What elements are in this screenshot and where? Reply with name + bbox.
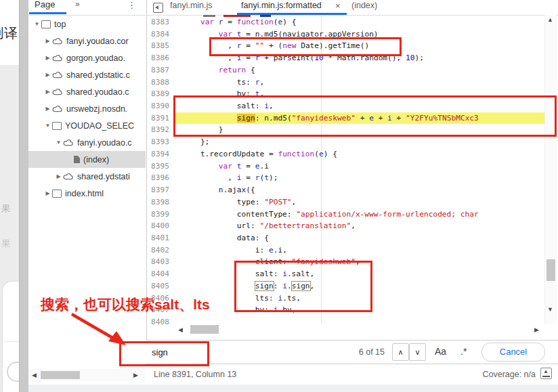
code-line-8402[interactable]: i: e.i, bbox=[175, 244, 544, 257]
expander-icon[interactable]: ▶ bbox=[43, 190, 52, 196]
line-number[interactable]: 8387 bbox=[146, 64, 169, 77]
tree-item-youdao-selec[interactable]: ▼YOUDAO_SELEC bbox=[28, 117, 146, 134]
line-number[interactable]: 8390 bbox=[146, 100, 169, 112]
tree-item-label: shared.ydstati bbox=[77, 172, 130, 181]
tab-page[interactable]: Page bbox=[35, 0, 55, 9]
line-number[interactable]: 8389 bbox=[146, 88, 169, 100]
open-panel-icon[interactable]: ▲ bbox=[540, 368, 552, 379]
tree-item-label: gorgon.youdao. bbox=[66, 53, 125, 63]
scroll-right-icon[interactable]: ▶ bbox=[534, 325, 539, 334]
line-number[interactable]: 8395 bbox=[146, 160, 169, 173]
close-tab-icon[interactable]: × bbox=[335, 1, 341, 11]
scroll-left-icon[interactable]: ◀ bbox=[178, 325, 183, 334]
code-line-8400[interactable]: url: "/bettertranslation", bbox=[175, 220, 544, 232]
line-number[interactable]: 8398 bbox=[146, 196, 169, 209]
code-line-8393[interactable]: }; bbox=[175, 136, 544, 148]
cancel-button[interactable]: Cancel bbox=[481, 343, 545, 362]
line-number[interactable]: 8401 bbox=[146, 232, 169, 244]
code-line-8396[interactable]: , i = r(t); bbox=[175, 172, 544, 184]
tree-item-shared-ydstatic-c[interactable]: ▶shared.ydstatic.c bbox=[28, 66, 146, 83]
line-number[interactable]: 8384 bbox=[146, 28, 169, 41]
annotation-box-salt-sign bbox=[173, 95, 557, 137]
expander-icon[interactable]: ▼ bbox=[33, 21, 41, 27]
line-number[interactable]: 8404 bbox=[146, 268, 169, 280]
tree-item-shared-ydstati[interactable]: ▶shared.ydstati bbox=[28, 168, 146, 185]
code-line-8388[interactable]: ts: r, bbox=[175, 77, 544, 89]
code-line-8387[interactable]: return { bbox=[175, 64, 544, 77]
line-number[interactable]: 8402 bbox=[146, 244, 169, 257]
match-case-button[interactable]: Aa bbox=[435, 346, 446, 357]
line-number[interactable]: 8394 bbox=[146, 148, 169, 160]
cursor-position-label: Line 8391, Column 13 bbox=[154, 370, 236, 379]
file-icon bbox=[74, 156, 80, 163]
tree-item--index-[interactable]: (index) bbox=[28, 151, 146, 168]
tree-item-fanyi-youdao-c[interactable]: ▼fanyi.youdao.c bbox=[28, 134, 146, 151]
cloud-icon bbox=[52, 105, 63, 112]
tree-item-label: urswebzj.nosdn. bbox=[66, 104, 127, 114]
previous-match-button[interactable]: ∧ bbox=[392, 343, 409, 361]
background-page-text: 果 bbox=[1, 203, 11, 215]
tree-item-label: shared.ydstatic.c bbox=[66, 70, 130, 80]
search-result-count: 6 of 15 bbox=[329, 347, 385, 357]
background-page-title-fragment: 创译 bbox=[0, 24, 19, 43]
scroll-up-icon[interactable]: ▲ bbox=[547, 16, 553, 23]
scroll-left-icon[interactable]: ◀ bbox=[32, 370, 37, 380]
code-line-8401[interactable]: data: { bbox=[175, 232, 544, 244]
scrollbar-thumb[interactable] bbox=[546, 259, 555, 281]
navigator-header: Page » ⋮ bbox=[28, 0, 146, 16]
code-line-8398[interactable]: type: "POST", bbox=[175, 196, 544, 209]
code-line-8397[interactable]: n.ajax({ bbox=[175, 184, 544, 196]
more-options-icon[interactable]: ⋮ bbox=[127, 0, 136, 10]
line-number[interactable]: 8396 bbox=[146, 172, 169, 184]
tree-item-label: fanyi.youdao.c bbox=[77, 138, 132, 148]
expander-icon[interactable]: ▼ bbox=[43, 123, 52, 129]
page-vertical-scrollbar[interactable] bbox=[19, 0, 29, 392]
line-number[interactable]: 8383 bbox=[146, 16, 169, 28]
expander-icon[interactable]: ▶ bbox=[54, 173, 63, 179]
line-number[interactable]: 8385 bbox=[146, 40, 169, 52]
expander-icon[interactable]: ▶ bbox=[43, 55, 52, 61]
line-number[interactable]: 8393 bbox=[146, 136, 169, 148]
tab-overflow-chevron[interactable]: » bbox=[75, 0, 80, 9]
expander-icon[interactable]: ▶ bbox=[43, 38, 52, 44]
scrollbar-thumb[interactable] bbox=[190, 325, 219, 334]
line-number[interactable]: 8386 bbox=[146, 52, 169, 64]
expander-icon[interactable]: ▶ bbox=[43, 106, 52, 112]
background-page-card bbox=[3, 282, 19, 392]
line-number[interactable]: 8408 bbox=[146, 316, 169, 328]
line-number[interactable]: 8400 bbox=[146, 220, 169, 232]
tab-index[interactable]: (index) bbox=[351, 1, 377, 10]
code-line-8394[interactable]: t.recordUpdate = function(e) { bbox=[175, 148, 544, 160]
regex-button[interactable]: .* bbox=[460, 346, 467, 357]
editor-vertical-scrollbar[interactable]: ▲ ▼ bbox=[544, 15, 557, 324]
tree-item-gorgon-youdao-[interactable]: ▶gorgon.youdao. bbox=[28, 49, 146, 66]
tree-item-top[interactable]: ▼top bbox=[28, 16, 146, 32]
line-number[interactable]: 8399 bbox=[146, 209, 169, 221]
line-number[interactable]: 8405 bbox=[146, 280, 169, 292]
code-line-8399[interactable]: contentType: "application/x-www-form-url… bbox=[175, 209, 544, 221]
line-number[interactable]: 8388 bbox=[146, 77, 169, 89]
line-number[interactable]: 8392 bbox=[146, 124, 169, 136]
tree-item-fanyi-youdao-cor[interactable]: ▶fanyi.youdao.cor bbox=[28, 32, 146, 49]
tree-item-shared-youdao-c[interactable]: ▶shared.youdao.c bbox=[28, 83, 146, 100]
scroll-right-icon[interactable]: ▶ bbox=[133, 370, 138, 380]
code-line-8395[interactable]: var t = e.i bbox=[175, 160, 544, 173]
next-match-button[interactable]: ∨ bbox=[409, 343, 426, 361]
sidebar-horizontal-scrollbar[interactable]: ◀ ▶ bbox=[28, 369, 145, 381]
tab-fanyi-min-js-formatted[interactable]: fanyi.min.js:formatted bbox=[241, 1, 322, 10]
expander-icon[interactable]: ▶ bbox=[43, 89, 52, 95]
scrollbar-thumb[interactable] bbox=[41, 371, 80, 379]
background-page-text: 果 bbox=[1, 238, 11, 251]
scroll-down-icon[interactable]: ▼ bbox=[547, 306, 553, 313]
expander-icon[interactable]: ▶ bbox=[43, 72, 52, 78]
line-number[interactable]: 8397 bbox=[146, 184, 169, 196]
tab-fanyi-min-js[interactable]: fanyi.min.js bbox=[170, 1, 213, 10]
editor-horizontal-scrollbar[interactable]: ◀ ▶ bbox=[175, 324, 544, 335]
line-number[interactable]: 8403 bbox=[146, 256, 169, 268]
navigator-toggle-icon[interactable] bbox=[153, 3, 163, 13]
expander-icon[interactable]: ▼ bbox=[54, 139, 63, 146]
code-line-8383[interactable]: var r = function(e) { bbox=[175, 16, 544, 28]
tree-item-urswebzj-nosdn-[interactable]: ▶urswebzj.nosdn. bbox=[28, 100, 146, 117]
line-number[interactable]: 8391 bbox=[146, 112, 169, 125]
tree-item-index-html[interactable]: ▶index.html bbox=[28, 185, 146, 202]
